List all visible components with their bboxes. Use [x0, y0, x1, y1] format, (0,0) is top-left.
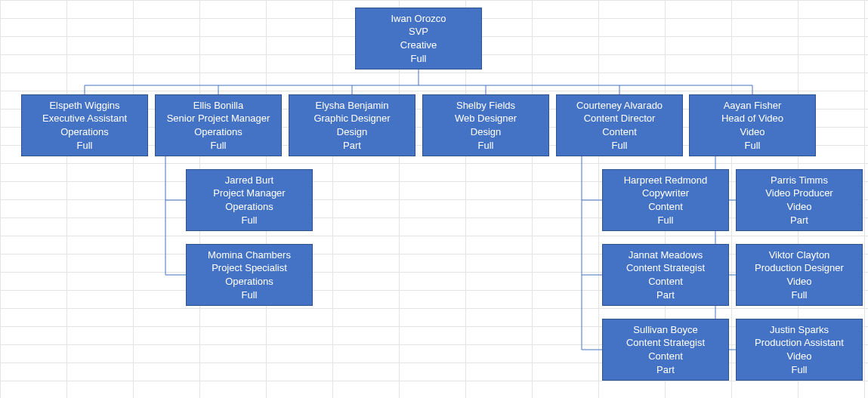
node-status: Full: [211, 139, 227, 153]
node-courteney-alvarado[interactable]: Courteney Alvarado Content Director Cont…: [556, 94, 683, 156]
node-name: Viktor Clayton: [769, 248, 830, 262]
node-name: Iwan Orozco: [391, 12, 446, 26]
node-name: Ellis Bonilla: [193, 99, 243, 113]
node-status: Part: [790, 214, 808, 227]
node-status: Part: [343, 139, 361, 153]
node-title: Project Specialist: [212, 261, 287, 275]
node-name: Jannat Meadows: [629, 248, 703, 262]
node-name: Parris Timms: [771, 174, 828, 187]
node-root[interactable]: Iwan Orozco SVP Creative Full: [355, 8, 482, 69]
node-parris-timms[interactable]: Parris Timms Video Producer Video Part: [736, 169, 863, 231]
node-dept: Video: [786, 350, 811, 363]
node-dept: Video: [786, 275, 811, 288]
node-title: Copywriter: [642, 187, 689, 200]
node-title: Content Strategist: [626, 336, 705, 350]
node-justin-sparks[interactable]: Justin Sparks Production Assistant Video…: [736, 319, 863, 381]
node-viktor-clayton[interactable]: Viktor Clayton Production Designer Video…: [736, 244, 863, 306]
node-name: Elysha Benjamin: [316, 99, 389, 113]
node-name: Justin Sparks: [770, 323, 829, 337]
node-title: Head of Video: [721, 112, 783, 125]
node-dept: Operations: [225, 200, 273, 214]
node-jarred-burt[interactable]: Jarred Burt Project Manager Operations F…: [186, 169, 313, 231]
node-status: Full: [242, 214, 258, 227]
node-name: Momina Chambers: [208, 248, 291, 262]
node-dept: Design: [337, 125, 367, 139]
node-status: Full: [242, 288, 258, 302]
node-title: Video Producer: [765, 187, 832, 200]
node-status: Full: [411, 52, 427, 66]
node-status: Full: [478, 139, 494, 153]
node-name: Sullivan Boyce: [633, 323, 697, 337]
node-dept: Content: [648, 200, 683, 214]
node-title: SVP: [409, 25, 428, 39]
node-dept: Design: [471, 125, 501, 139]
node-name: Harpreet Redmond: [624, 174, 708, 187]
node-jannat-meadows[interactable]: Jannat Meadows Content Strategist Conten…: [602, 244, 729, 306]
node-title: Production Assistant: [755, 336, 844, 350]
node-harpreet-redmond[interactable]: Harpreet Redmond Copywriter Content Full: [602, 169, 729, 231]
node-title: Project Manager: [213, 187, 285, 200]
node-dept: Operations: [194, 125, 242, 139]
node-status: Full: [745, 139, 761, 153]
node-aayan-fisher[interactable]: Aayan Fisher Head of Video Video Full: [689, 94, 816, 156]
node-sullivan-boyce[interactable]: Sullivan Boyce Content Strategist Conten…: [602, 319, 729, 381]
node-dept: Video: [786, 200, 811, 214]
node-elspeth-wiggins[interactable]: Elspeth Wiggins Executive Assistant Oper…: [21, 94, 148, 156]
node-status: Full: [792, 288, 808, 302]
node-momina-chambers[interactable]: Momina Chambers Project Specialist Opera…: [186, 244, 313, 306]
node-name: Jarred Burt: [225, 174, 273, 187]
node-dept: Content: [602, 125, 637, 139]
node-title: Content Strategist: [626, 261, 705, 275]
node-title: Web Designer: [455, 112, 517, 125]
node-name: Aayan Fisher: [724, 99, 782, 113]
node-name: Shelby Fields: [456, 99, 515, 113]
node-status: Full: [792, 363, 808, 377]
node-ellis-bonilla[interactable]: Ellis Bonilla Senior Project Manager Ope…: [155, 94, 282, 156]
node-dept: Video: [740, 125, 765, 139]
node-title: Production Designer: [755, 261, 844, 275]
node-name: Courteney Alvarado: [576, 99, 663, 113]
node-status: Part: [656, 288, 675, 302]
node-title: Executive Assistant: [42, 112, 127, 125]
node-elysha-benjamin[interactable]: Elysha Benjamin Graphic Designer Design …: [289, 94, 415, 156]
node-name: Elspeth Wiggins: [49, 99, 119, 113]
node-dept: Content: [648, 275, 683, 288]
node-dept: Operations: [60, 125, 109, 139]
node-status: Full: [612, 139, 628, 153]
node-dept: Operations: [225, 275, 273, 288]
node-dept: Creative: [400, 39, 437, 52]
node-dept: Content: [648, 350, 683, 363]
node-title: Senior Project Manager: [167, 112, 270, 125]
node-status: Part: [656, 363, 675, 377]
node-status: Full: [658, 214, 674, 227]
node-title: Content Director: [584, 112, 656, 125]
node-status: Full: [77, 139, 93, 153]
node-title: Graphic Designer: [314, 112, 390, 125]
node-shelby-fields[interactable]: Shelby Fields Web Designer Design Full: [422, 94, 549, 156]
org-chart: Iwan Orozco SVP Creative Full Elspeth Wi…: [0, 0, 868, 398]
